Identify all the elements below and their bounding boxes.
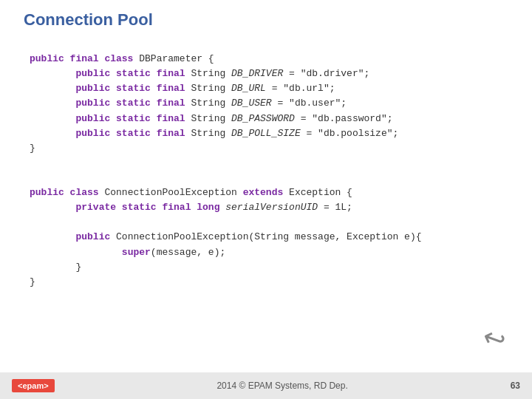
content-area: public final class DBParameter { public … (0, 37, 532, 290)
footer-page-number: 63 (511, 381, 520, 391)
footer-copyright: 2014 © EPAM Systems, RD Dep. (216, 381, 347, 391)
slide-container: Connection Pool public final class DBPar… (0, 0, 532, 399)
slide-title: Connection Pool (24, 10, 153, 29)
spacer (30, 156, 502, 178)
code-block-2: public class ConnectionPoolException ext… (30, 185, 502, 290)
arrow-icon: ↪ (479, 321, 511, 358)
footer-logo: <epam> (12, 379, 55, 392)
code-block-1: public final class DBParameter { public … (30, 52, 502, 156)
title-area: Connection Pool (0, 0, 532, 37)
footer: <epam> 2014 © EPAM Systems, RD Dep. 63 (0, 372, 532, 399)
